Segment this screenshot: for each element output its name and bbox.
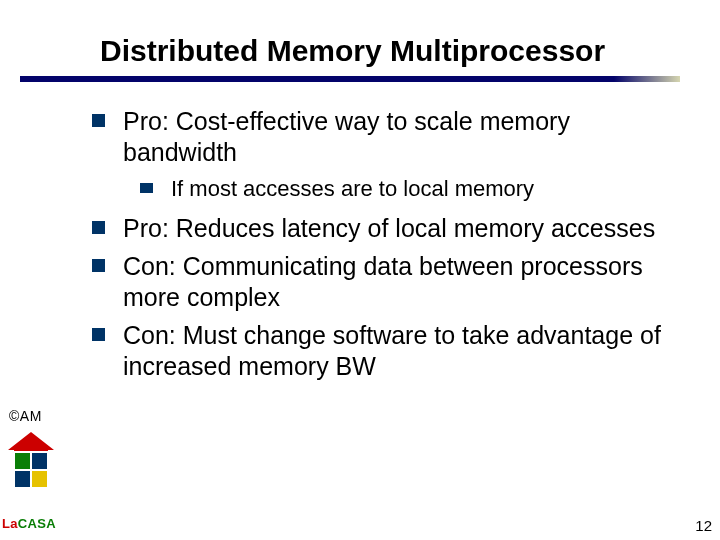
slide-number: 12 xyxy=(695,517,712,534)
square-bullet-icon xyxy=(92,259,105,272)
bullet-item: Pro: Cost-effective way to scale memory … xyxy=(92,106,682,167)
bullet-text: Con: Must change software to take advant… xyxy=(123,320,682,381)
slide: Distributed Memory Multiprocessor Pro: C… xyxy=(0,0,720,540)
bullet-text: Pro: Cost-effective way to scale memory … xyxy=(123,106,682,167)
svg-rect-4 xyxy=(14,470,31,488)
lacasa-label: LaCASA xyxy=(2,516,56,531)
svg-rect-5 xyxy=(31,470,48,488)
bullet-item: Con: Must change software to take advant… xyxy=(92,320,682,381)
square-bullet-icon xyxy=(140,183,153,193)
square-bullet-icon xyxy=(92,221,105,234)
bullet-item: Con: Communicating data between processo… xyxy=(92,251,682,312)
lacasa-la: La xyxy=(2,516,18,531)
square-bullet-icon xyxy=(92,328,105,341)
lacasa-logo-icon xyxy=(8,432,54,488)
svg-rect-3 xyxy=(31,452,48,470)
sub-bullet-text: If most accesses are to local memory xyxy=(171,175,534,203)
bullet-text: Con: Communicating data between processo… xyxy=(123,251,682,312)
content-area: Pro: Cost-effective way to scale memory … xyxy=(92,106,682,389)
title-container: Distributed Memory Multiprocessor xyxy=(100,34,660,68)
title-underline xyxy=(20,76,680,82)
sub-bullet-item: If most accesses are to local memory xyxy=(140,175,682,203)
svg-marker-0 xyxy=(8,432,54,452)
svg-rect-2 xyxy=(14,452,31,470)
lacasa-casa: CASA xyxy=(18,516,56,531)
bullet-text: Pro: Reduces latency of local memory acc… xyxy=(123,213,655,244)
square-bullet-icon xyxy=(92,114,105,127)
slide-title: Distributed Memory Multiprocessor xyxy=(100,34,660,68)
bullet-item: Pro: Reduces latency of local memory acc… xyxy=(92,213,682,244)
copyright-label: ©AM xyxy=(9,408,42,424)
